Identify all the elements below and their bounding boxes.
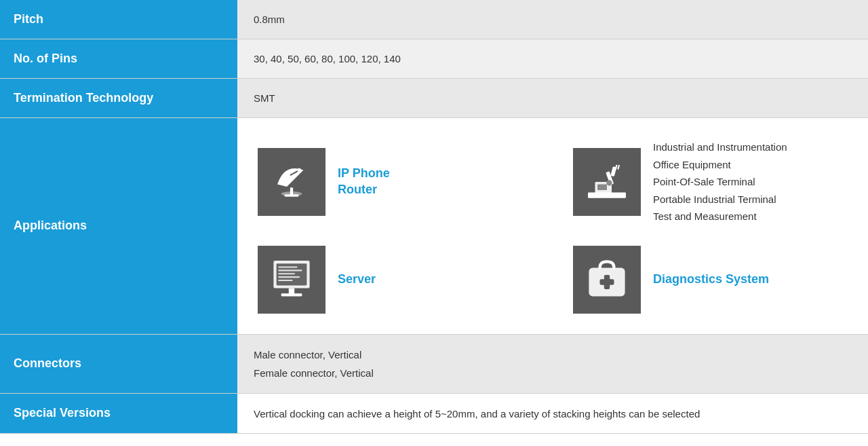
server-label: Server	[338, 272, 376, 287]
app-item-diagnostics: Diagnostics System	[573, 246, 848, 314]
server-icon	[268, 256, 315, 303]
applications-value: IP PhoneRouter	[237, 118, 868, 334]
diagnostics-icon-container	[573, 246, 641, 314]
svg-rect-18	[278, 276, 300, 278]
special-versions-label: Special Versions	[0, 394, 237, 433]
svg-rect-17	[278, 273, 295, 274]
svg-point-4	[297, 168, 301, 172]
no-of-pins-label: No. of Pins	[0, 39, 237, 78]
termination-technology-label: Termination Technology	[0, 79, 237, 117]
applications-row: Applications	[0, 118, 868, 335]
diagnostics-icon	[583, 256, 631, 303]
no-of-pins-row: No. of Pins 30, 40, 50, 60, 80, 100, 120…	[0, 39, 868, 79]
termination-technology-value: SMT	[237, 79, 868, 117]
connectors-row: Connectors Male connector, Vertical Fema…	[0, 335, 868, 394]
diagnostics-label: Diagnostics System	[653, 272, 769, 287]
svg-rect-16	[278, 270, 302, 271]
app-item-ip-phone: IP PhoneRouter	[258, 138, 532, 225]
industrial-icon	[583, 158, 631, 206]
satellite-dish-icon-container	[258, 148, 326, 216]
industrial-icon-container	[573, 148, 641, 216]
pitch-value: 0.8mm	[237, 0, 868, 39]
svg-rect-20	[289, 288, 294, 293]
svg-rect-2	[285, 194, 299, 197]
connectors-label: Connectors	[0, 335, 237, 393]
satellite-dish-icon	[268, 158, 315, 206]
no-of-pins-value: 30, 40, 50, 60, 80, 100, 120, 140	[237, 39, 868, 78]
connectors-text: Male connector, Vertical Female connecto…	[254, 346, 374, 382]
svg-rect-1	[290, 187, 293, 195]
svg-rect-11	[597, 184, 607, 189]
pitch-row: Pitch 0.8mm	[0, 0, 868, 39]
app-item-industrial: Industrial and InstrumentationOffice Equ…	[573, 138, 848, 225]
special-versions-row: Special Versions Vertical docking can ac…	[0, 394, 868, 434]
app-item-server: Server	[258, 246, 532, 314]
server-icon-container	[258, 246, 326, 314]
svg-rect-24	[600, 279, 614, 284]
special-versions-value: Vertical docking can achieve a height of…	[237, 394, 868, 433]
applications-label: Applications	[0, 118, 237, 334]
svg-rect-19	[278, 280, 292, 281]
svg-rect-15	[278, 266, 297, 267]
svg-rect-21	[281, 293, 302, 296]
svg-rect-10	[617, 164, 620, 169]
svg-point-12	[606, 180, 612, 185]
pitch-label: Pitch	[0, 0, 237, 39]
termination-technology-row: Termination Technology SMT	[0, 79, 868, 118]
industrial-label: Industrial and InstrumentationOffice Equ…	[653, 138, 787, 225]
ip-phone-label: IP PhoneRouter	[338, 166, 390, 198]
connectors-value: Male connector, Vertical Female connecto…	[237, 335, 868, 393]
apps-grid: IP PhoneRouter	[258, 138, 848, 314]
